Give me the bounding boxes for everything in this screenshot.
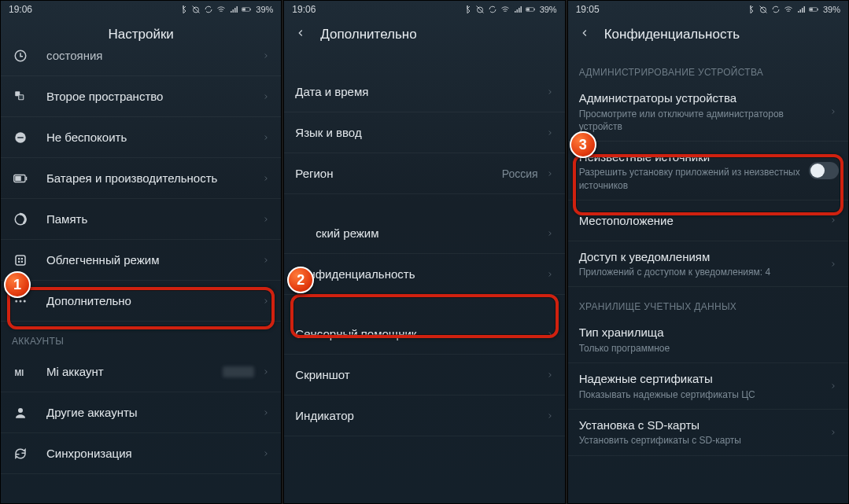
chevron-right-icon bbox=[829, 213, 837, 227]
battery-percent: 39% bbox=[540, 5, 557, 14]
phone-screen-2: 19:06 39% Дополнительно Дата и время Язы… bbox=[283, 0, 565, 504]
header-title: Конфиденциальность bbox=[604, 27, 740, 42]
svg-rect-28 bbox=[533, 9, 534, 10]
row-sublabel: Разрешить установку приложений из неизве… bbox=[579, 166, 804, 191]
status-bar: 19:06 39% bbox=[284, 1, 564, 17]
additional-list[interactable]: Дата и время Язык и ввод Регион Россия с… bbox=[284, 53, 564, 436]
row-mi-account[interactable]: MI Mi аккаунт bbox=[1, 351, 281, 392]
row-memory[interactable]: Память bbox=[1, 199, 281, 240]
settings-list[interactable]: состояния Второе пространство Не беспоко… bbox=[1, 35, 281, 474]
row-language[interactable]: Язык и ввод bbox=[284, 112, 564, 153]
signal-icon bbox=[513, 5, 522, 14]
bluetooth-icon bbox=[179, 5, 188, 14]
row-sync[interactable]: Синхронизация bbox=[1, 433, 281, 474]
battery-percent: 39% bbox=[823, 5, 840, 14]
unknown-sources-toggle[interactable] bbox=[809, 162, 839, 179]
svg-rect-9 bbox=[17, 137, 24, 138]
wifi-icon bbox=[500, 5, 510, 14]
row-label: Синхронизация bbox=[46, 446, 262, 462]
svg-text:MI: MI bbox=[15, 367, 24, 377]
alarm-off-icon bbox=[475, 5, 485, 14]
battery-icon bbox=[242, 5, 251, 14]
chevron-right-icon bbox=[262, 365, 270, 379]
row-label: Сенсорный помощник bbox=[295, 326, 545, 342]
chevron-right-icon bbox=[546, 85, 554, 99]
alarm-off-icon bbox=[191, 5, 201, 14]
row-label: Дата и время bbox=[295, 84, 545, 100]
row-date-time[interactable]: Дата и время bbox=[284, 72, 564, 112]
row-device-admins[interactable]: Администраторы устройства Просмотрите ил… bbox=[568, 83, 848, 142]
chevron-right-icon bbox=[546, 167, 554, 181]
bluetooth-icon bbox=[746, 5, 755, 14]
chevron-right-icon bbox=[546, 226, 554, 241]
back-button[interactable] bbox=[295, 28, 306, 42]
wifi-icon bbox=[216, 5, 226, 14]
row-status-icons[interactable]: состояния bbox=[1, 35, 281, 76]
mi-logo-icon: MI bbox=[12, 363, 29, 381]
screen-header: Дополнительно bbox=[284, 17, 564, 53]
row-indicator[interactable]: Индикатор bbox=[284, 395, 564, 436]
lite-mode-icon bbox=[12, 252, 29, 269]
status-icons bbox=[179, 5, 251, 14]
section-accounts: АККАУНТЫ bbox=[1, 322, 281, 351]
row-label: Скриншот bbox=[295, 367, 545, 383]
chevron-right-icon bbox=[546, 267, 554, 281]
chevron-right-icon bbox=[262, 171, 270, 186]
row-lite-mode[interactable]: Облегченный режим bbox=[1, 240, 281, 281]
screen-header: Конфиденциальность bbox=[568, 17, 848, 53]
row-label: Местоположение bbox=[579, 213, 829, 229]
spacer bbox=[284, 53, 564, 72]
row-unknown-sources[interactable]: Неизвестные источники Разрешить установк… bbox=[568, 142, 848, 200]
back-button[interactable] bbox=[579, 28, 590, 42]
sync-icon bbox=[771, 5, 781, 14]
row-dnd[interactable]: Не беспокоить bbox=[1, 117, 281, 158]
svg-rect-7 bbox=[19, 94, 24, 99]
svg-rect-11 bbox=[15, 176, 21, 181]
row-trusted-certs[interactable]: Надежные сертификаты Показывать надежные… bbox=[568, 363, 848, 410]
row-label: Надежные сертификаты bbox=[579, 371, 829, 387]
row-battery[interactable]: Батарея и производительность bbox=[1, 158, 281, 199]
row-other-accounts[interactable]: Другие аккаунты bbox=[1, 392, 281, 433]
row-label: Батарея и производительность bbox=[46, 171, 262, 186]
row-partial-mode[interactable]: ский режим bbox=[284, 213, 564, 254]
row-storage-type[interactable]: Тип хранилища Только программное bbox=[568, 317, 848, 363]
row-label: Тип хранилища bbox=[579, 325, 837, 340]
row-label: Индикатор bbox=[295, 408, 545, 424]
row-additional[interactable]: Дополнительно bbox=[1, 281, 281, 322]
chevron-right-icon bbox=[262, 406, 270, 420]
row-label: ский режим bbox=[316, 226, 545, 241]
svg-rect-27 bbox=[526, 8, 530, 10]
status-icons bbox=[463, 5, 535, 14]
row-screenshot[interactable]: Скриншот bbox=[284, 355, 564, 395]
svg-rect-17 bbox=[18, 260, 20, 262]
row-install-sd[interactable]: Установка с SD-карты Установить сертифик… bbox=[568, 410, 848, 456]
row-privacy[interactable]: Конфиденциальность bbox=[284, 254, 564, 295]
row-label: Доступ к уведомлениям bbox=[579, 249, 829, 265]
privacy-list[interactable]: АДМИНИСТРИРОВАНИЕ УСТРОЙСТВА Администрат… bbox=[568, 53, 848, 456]
sync-icon bbox=[204, 5, 213, 14]
svg-point-19 bbox=[15, 300, 17, 302]
battery-icon bbox=[809, 5, 818, 14]
svg-point-20 bbox=[20, 300, 22, 302]
row-second-space[interactable]: Второе пространство bbox=[1, 76, 281, 117]
row-label: Второе пространство bbox=[46, 89, 262, 105]
signal-icon bbox=[229, 5, 238, 14]
row-notification-access[interactable]: Доступ к уведомлениям Приложений с досту… bbox=[568, 241, 848, 288]
section-credentials: ХРАНИЛИЩЕ УЧЕТНЫХ ДАННЫХ bbox=[568, 287, 848, 317]
svg-point-21 bbox=[24, 300, 26, 302]
chevron-right-icon bbox=[262, 131, 270, 145]
row-label: Облегченный режим bbox=[46, 252, 262, 268]
row-region[interactable]: Регион Россия bbox=[284, 153, 564, 194]
alarm-off-icon bbox=[759, 5, 768, 14]
section-admin: АДМИНИСТРИРОВАНИЕ УСТРОЙСТВА bbox=[568, 53, 848, 83]
row-label: Администраторы устройства bbox=[579, 90, 829, 106]
chevron-right-icon bbox=[262, 49, 270, 63]
chevron-right-icon bbox=[829, 105, 837, 119]
svg-rect-3 bbox=[242, 8, 245, 10]
row-touch-assistant[interactable]: Сенсорный помощник bbox=[284, 314, 564, 355]
row-label: Установка с SD-карты bbox=[579, 418, 829, 433]
row-label: Дополнительно bbox=[46, 293, 262, 309]
sync-icon bbox=[488, 5, 497, 14]
row-location[interactable]: Местоположение bbox=[568, 200, 848, 241]
row-sublabel: Приложений с доступом к уведомлениям: 4 bbox=[579, 266, 829, 278]
